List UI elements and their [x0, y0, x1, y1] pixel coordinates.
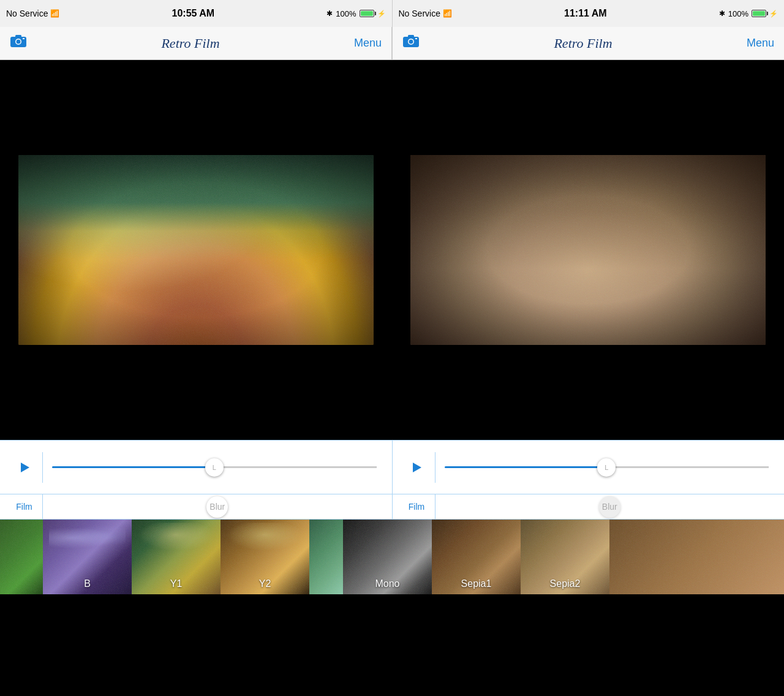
main-photo-area: [0, 60, 784, 440]
battery-group-left: ✱ 100% ⚡: [326, 9, 385, 18]
slider-left[interactable]: L: [43, 466, 386, 468]
thumb-label-7: Sepia2: [521, 578, 609, 589]
thumb-label-2: Y1: [132, 578, 221, 589]
battery-box-right: [752, 10, 766, 17]
status-bar: No Service 📶 10:55 AM ✱ 100% ⚡ No Servic…: [0, 0, 784, 27]
control-right: L Film Blur: [393, 441, 785, 519]
film-label-left[interactable]: Film: [6, 494, 43, 519]
grain-overlay-left: [18, 155, 374, 345]
slider-right[interactable]: L: [435, 466, 778, 468]
thumb-item-6[interactable]: Sepia1: [432, 520, 521, 594]
bluetooth-icon-right: ✱: [719, 9, 725, 18]
thumb-grain-8: [609, 520, 784, 594]
battery-box-left: [360, 10, 374, 17]
thumb-item-3[interactable]: Y2: [221, 520, 309, 594]
status-bar-right: No Service 📶 11:11 AM ✱ 100% ⚡: [393, 0, 785, 27]
play-button-left[interactable]: [6, 452, 43, 483]
thumb-label-1: B: [43, 578, 132, 589]
menu-button-right[interactable]: Menu: [747, 37, 774, 50]
app-title-right: Retro Film: [420, 36, 747, 51]
battery-right: [752, 10, 766, 17]
control-row-right-top: L: [393, 441, 785, 494]
thumb-label-3: Y2: [221, 578, 309, 589]
time-right: 11:11 AM: [452, 8, 719, 19]
bolt-icon-left: ⚡: [377, 10, 386, 18]
svg-rect-3: [15, 35, 21, 37]
blur-label-right: Blur: [602, 502, 617, 512]
thumb-item-4[interactable]: [309, 520, 343, 594]
film-label-right[interactable]: Film: [399, 494, 435, 519]
photo-right[interactable]: [410, 155, 766, 345]
nav-left: Retro Film Menu: [0, 27, 391, 59]
wifi-icon-right: 📶: [443, 9, 452, 18]
slider-label-right: L: [605, 464, 608, 471]
thumb-item-7[interactable]: Sepia2: [521, 520, 609, 594]
battery-pct-left: 100%: [336, 9, 356, 18]
no-service-right: No Service: [399, 9, 440, 18]
nav-right: Retro Film Menu: [392, 27, 784, 59]
battery-pct-right: 100%: [728, 9, 748, 18]
menu-button-left[interactable]: Menu: [354, 37, 382, 50]
thumbnail-strip: B Y1 Y2 Mono Sepia1 Sepia2: [0, 520, 784, 594]
thumb-grain-0: [0, 520, 43, 594]
no-service-left: No Service: [6, 9, 48, 18]
slider-label-left: L: [213, 464, 216, 471]
status-bar-left: No Service 📶 10:55 AM ✱ 100% ⚡: [0, 0, 392, 27]
svg-marker-10: [21, 463, 29, 472]
svg-point-2: [17, 40, 21, 44]
thumb-item-2[interactable]: Y1: [132, 520, 221, 594]
battery-fill-right: [753, 11, 765, 16]
status-right-group: No Service 📶: [399, 9, 452, 18]
thumb-grain-4: [309, 520, 343, 594]
svg-rect-9: [415, 38, 417, 39]
label-row-right: Film Blur: [393, 494, 785, 519]
svg-point-7: [409, 40, 413, 44]
battery-left: [360, 10, 374, 17]
thumb-item-1[interactable]: B: [43, 520, 132, 594]
svg-rect-4: [23, 38, 24, 39]
grain-overlay-right: [410, 155, 766, 345]
play-button-right[interactable]: [399, 452, 435, 483]
thumb-label-5: Mono: [343, 578, 432, 589]
thumb-item-5[interactable]: Mono: [343, 520, 432, 594]
control-row-left-top: L: [0, 441, 392, 494]
label-row-left: Film Blur: [0, 494, 392, 519]
photo-left[interactable]: [18, 155, 374, 345]
bolt-icon-right: ⚡: [769, 10, 778, 18]
battery-group-right: ✱ 100% ⚡: [719, 9, 778, 18]
status-left-group: No Service 📶: [6, 9, 59, 18]
blur-label-left: Blur: [209, 502, 225, 512]
controls-area: L Film Blur L: [0, 440, 784, 520]
control-left: L Film Blur: [0, 441, 393, 519]
svg-rect-8: [408, 35, 414, 37]
svg-marker-11: [413, 463, 421, 472]
thumb-item-0[interactable]: [0, 520, 43, 594]
bluetooth-icon-left: ✱: [326, 9, 333, 18]
camera-icon-right[interactable]: [402, 34, 420, 53]
time-left: 10:55 AM: [59, 8, 326, 19]
thumb-item-8[interactable]: [609, 520, 784, 594]
battery-fill-left: [361, 11, 373, 16]
camera-icon-left[interactable]: [10, 34, 27, 53]
wifi-icon-left: 📶: [50, 9, 59, 18]
app-title-left: Retro Film: [27, 36, 354, 51]
thumb-label-6: Sepia1: [432, 578, 521, 589]
nav-bar: Retro Film Menu Retro Film Menu: [0, 27, 784, 60]
